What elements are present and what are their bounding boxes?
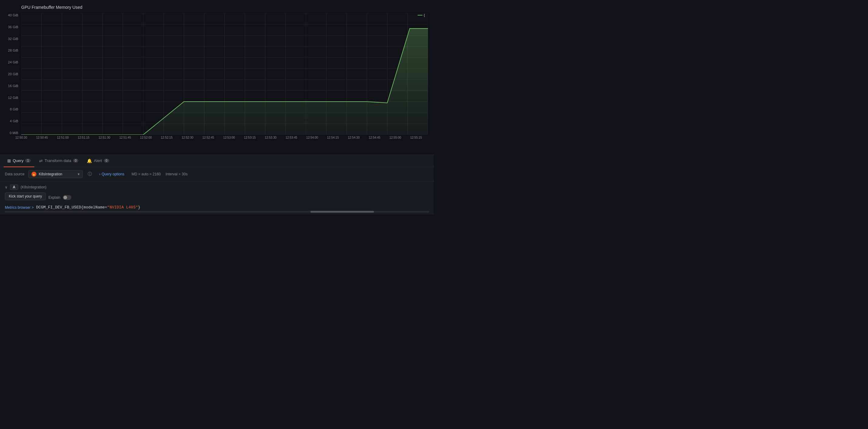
query-input-row: Metrics browser > DCGM_FI_DEV_FB_USED{mo… [5,205,429,210]
x-label: 12:54:45 [369,136,380,147]
y-label: 24 GiB [2,60,18,64]
chevron-right-icon: › [99,172,100,176]
x-label: 12:54:00 [306,136,318,147]
x-label: 12:51:00 [57,136,69,147]
x-label: 12:54:30 [348,136,360,147]
x-label: 12:50:30 [16,136,27,147]
legend-text: { [424,13,425,17]
datasource-icon: 🔥 [32,172,36,176]
query-equals: = [105,205,107,210]
y-label: 8 GiB [2,107,18,111]
query-options-interval: Interval = 30s [166,172,188,176]
tab-alert[interactable]: 🔔 Alert 0 [83,155,113,167]
query-brace-close: } [138,205,141,210]
chart-title: GPU Framebuffer Memory Used [21,5,434,10]
tab-transform[interactable]: ⇄ Transform data 0 [35,155,82,167]
y-axis: 0 MiB 4 GiB 8 GiB 12 GiB 16 GiB 20 GiB 2… [2,13,18,135]
x-label: 12:53:15 [244,136,256,147]
metrics-browser-link[interactable]: Metrics browser > [5,205,34,210]
query-id-label: A [10,185,18,190]
chart-legend: { [417,13,425,17]
query-value: "NVIDIA L40S" [107,205,138,210]
query-panel: ⊞ Query 1 ⇄ Transform data 0 🔔 Alert 0 D… [0,155,434,214]
scrollbar-thumb [310,211,374,213]
x-label: 12:51:45 [119,136,131,147]
y-label: 12 GiB [2,96,18,100]
tab-alert-badge: 0 [104,159,109,163]
x-label: 12:55:00 [390,136,401,147]
info-button[interactable]: ⓘ [87,170,93,178]
query-source-name: (K8sIntegration) [21,185,46,189]
y-label: 16 GiB [2,84,18,88]
x-label: 12:52:45 [203,136,214,147]
bell-icon: 🔔 [87,158,92,163]
chart-svg [21,13,428,135]
y-label: 4 GiB [2,119,18,123]
legend-line [417,15,423,15]
x-label: 12:51:15 [78,136,90,147]
x-label: 12:53:45 [286,136,298,147]
tab-query-label: Query [13,158,23,163]
x-label: 12:52:30 [182,136,193,147]
explain-label: Explain [48,195,60,200]
x-label: 12:53:30 [265,136,277,147]
transform-icon: ⇄ [39,158,43,163]
collapse-icon[interactable]: ∨ [5,185,8,189]
explain-toggle[interactable] [63,195,71,200]
x-label: 12:54:15 [327,136,339,147]
y-label: 0 MiB [2,131,18,135]
query-metric-name: DCGM_FI_DEV_FB_USED [36,205,81,210]
chevron-down-icon: ▾ [78,172,80,176]
database-icon: ⊞ [7,158,11,163]
x-label: 12:50:45 [36,136,48,147]
datasource-select[interactable]: 🔥 K8sIntegration ▾ [28,170,83,178]
query-tabs: ⊞ Query 1 ⇄ Transform data 0 🔔 Alert 0 [0,155,434,167]
query-section: ∨ A (K8sIntegration) Kick start your que… [0,182,434,214]
tab-alert-label: Alert [94,158,102,163]
query-options-md: MD = auto = 2160 [131,172,160,176]
datasource-name: K8sIntegration [39,172,62,176]
query-options-label: Query options [102,172,124,176]
x-label: 12:51:30 [98,136,110,147]
y-label: 36 GiB [2,25,18,29]
chart-area: GPU Framebuffer Memory Used 0 MiB 4 GiB … [0,0,434,155]
x-axis: 12:50:30 12:50:45 12:51:00 12:51:15 12:5… [21,136,428,147]
tab-transform-badge: 0 [73,159,79,163]
datasource-row: Data source 🔥 K8sIntegration ▾ ⓘ › Query… [0,167,434,182]
chart-container: 0 MiB 4 GiB 8 GiB 12 GiB 16 GiB 20 GiB 2… [21,13,428,147]
y-label: 20 GiB [2,72,18,76]
tab-query[interactable]: ⊞ Query 1 [4,155,34,167]
query-brace-open: { [81,205,84,210]
y-label: 32 GiB [2,37,18,41]
query-header: ∨ A (K8sIntegration) [5,185,429,190]
query-key: modelName [84,205,105,210]
x-label: 12:55:15 [410,136,422,147]
x-label: 12:53:00 [223,136,235,147]
tab-transform-label: Transform data [44,158,71,163]
y-label: 40 GiB [2,13,18,17]
tab-query-badge: 1 [25,159,31,163]
x-label: 12:52:15 [161,136,173,147]
kick-start-button[interactable]: Kick start your query [5,192,46,200]
datasource-label: Data source [5,172,25,176]
explain-row: Kick start your query Explain [5,192,429,203]
query-text: DCGM_FI_DEV_FB_USED{modelName="NVIDIA L4… [36,205,140,210]
query-options-toggle[interactable]: › Query options [97,171,127,177]
y-label: 28 GiB [2,48,18,52]
scrollbar-track[interactable] [5,211,429,213]
x-label: 12:52:00 [140,136,152,147]
